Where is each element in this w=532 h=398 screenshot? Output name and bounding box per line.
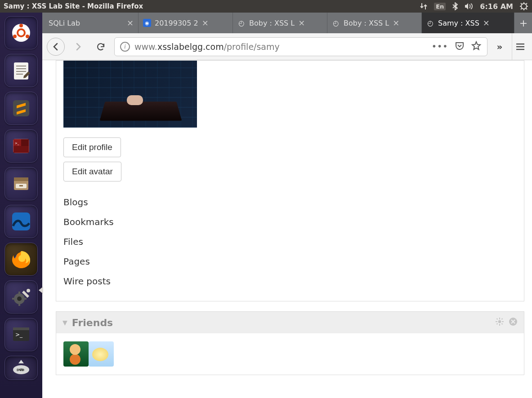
url-host: xsslabelgg.com — [157, 42, 224, 52]
link-pages[interactable]: Pages — [63, 252, 207, 271]
bookmark-star-icon[interactable] — [471, 40, 482, 53]
link-files[interactable]: Files — [63, 232, 207, 252]
close-icon[interactable]: × — [202, 19, 209, 27]
dash-home-icon[interactable] — [4, 16, 38, 49]
svg-text:>_: >_ — [15, 332, 23, 338]
pocket-icon[interactable] — [455, 41, 465, 53]
svg-line-8 — [526, 3, 527, 4]
svg-rect-35 — [12, 298, 15, 300]
overflow-button[interactable]: » — [492, 38, 507, 56]
profile-nav-list: Blogs Bookmarks Files Pages Wire posts — [63, 192, 207, 291]
close-widget-icon[interactable] — [509, 317, 518, 328]
back-button[interactable] — [47, 38, 65, 56]
friends-heading: Friends — [72, 317, 491, 328]
network-updown-icon[interactable] — [420, 2, 428, 10]
edit-avatar-button[interactable]: Edit avatar — [63, 162, 121, 181]
nav-toolbar: i www.xsslabelgg.com/profile/samy ••• » — [42, 33, 532, 60]
volume-icon[interactable] — [465, 3, 474, 10]
profile-sidebar: Edit profile Edit avatar Blogs Bookmarks… — [63, 61, 207, 291]
url-prefix: www. — [134, 42, 157, 52]
friends-widget: ▼ Friends — [56, 311, 524, 375]
svg-point-47 — [498, 320, 501, 323]
tab-label: Samy : XSS — [438, 19, 479, 27]
favicon-icon: ◴ — [332, 19, 340, 27]
unity-launcher: >_ >_ DVD — [0, 13, 42, 398]
friend-avatar[interactable] — [63, 341, 89, 367]
tab-strip: SQLi Lab × ◉ 20199305 2 × ◴ Boby : XSS L… — [42, 13, 532, 33]
tab-sqli-lab[interactable]: SQLi Lab × — [44, 13, 139, 33]
profile-widget: Edit profile Edit avatar Blogs Bookmarks… — [56, 60, 524, 301]
svg-rect-23 — [13, 146, 29, 153]
sublime-text-icon[interactable] — [4, 92, 38, 125]
svg-rect-33 — [18, 292, 20, 294]
svg-rect-22 — [21, 139, 29, 146]
collapse-caret-icon[interactable]: ▼ — [63, 319, 67, 326]
tab-label: Boby : XSS L — [344, 19, 389, 27]
friends-list — [56, 333, 524, 375]
hamburger-menu-icon[interactable] — [512, 33, 528, 60]
new-tab-button[interactable]: + — [514, 13, 532, 33]
favicon-icon: ◴ — [237, 19, 246, 27]
reload-button[interactable] — [92, 38, 110, 56]
svg-point-37 — [27, 289, 30, 292]
link-wire-posts[interactable]: Wire posts — [63, 271, 207, 291]
gear-icon[interactable] — [495, 317, 504, 328]
svg-text:DVD: DVD — [17, 368, 24, 372]
svg-point-12 — [26, 35, 29, 38]
tab-samy-active[interactable]: ◴ Samy : XSS × — [422, 13, 514, 33]
clock[interactable]: 6:16 AM — [480, 2, 513, 11]
svg-rect-36 — [24, 298, 27, 300]
tab-20199305[interactable]: ◉ 20199305 2 × — [139, 13, 233, 33]
svg-line-5 — [521, 3, 522, 4]
tab-boby-1[interactable]: ◴ Boby : XSS L × — [233, 13, 327, 33]
url-path: /profile/samy — [224, 42, 280, 52]
system-settings-icon[interactable] — [4, 280, 38, 314]
page-content: Edit profile Edit avatar Blogs Bookmarks… — [42, 60, 532, 398]
profile-avatar-image[interactable] — [63, 61, 197, 128]
text-editor-icon[interactable] — [4, 54, 38, 87]
site-info-icon[interactable]: i — [120, 42, 130, 52]
favicon-icon: ◴ — [426, 19, 434, 27]
tab-label: Boby : XSS L — [249, 19, 295, 27]
system-indicators: En 6:16 AM — [420, 2, 528, 11]
svg-point-13 — [13, 35, 17, 38]
svg-rect-50 — [496, 321, 497, 322]
system-top-bar: Samy : XSS Lab Site - Mozilla Firefox En… — [0, 0, 532, 13]
svg-rect-55 — [496, 323, 498, 325]
svg-rect-39 — [13, 327, 29, 330]
firefox-icon[interactable] — [4, 243, 38, 276]
bluetooth-icon[interactable] — [452, 2, 458, 10]
close-icon[interactable]: × — [393, 19, 399, 27]
file-manager-icon[interactable] — [4, 167, 38, 200]
close-icon[interactable]: × — [483, 19, 490, 27]
page-actions-icon[interactable]: ••• — [432, 42, 448, 51]
tab-label: SQLi Lab — [49, 19, 80, 27]
svg-rect-26 — [14, 177, 28, 181]
tab-label: 20199305 2 — [155, 19, 198, 27]
power-gear-icon[interactable] — [519, 2, 528, 11]
svg-point-11 — [19, 24, 23, 27]
svg-rect-19 — [13, 100, 29, 116]
keyboard-lang-indicator[interactable]: En — [434, 3, 446, 10]
svg-rect-28 — [19, 185, 23, 186]
close-icon[interactable]: × — [127, 19, 134, 27]
terminal-icon[interactable]: >_ — [4, 318, 38, 351]
wireshark-icon[interactable] — [4, 205, 38, 238]
friend-avatar[interactable] — [89, 341, 114, 367]
link-blogs[interactable]: Blogs — [63, 192, 207, 212]
tab-boby-2[interactable]: ◴ Boby : XSS L × — [327, 13, 422, 33]
terminator-icon[interactable]: >_ — [4, 129, 38, 163]
launcher-active-arrow — [39, 287, 43, 294]
window-title: Samy : XSS Lab Site - Mozilla Firefox — [4, 2, 420, 10]
svg-rect-53 — [501, 323, 503, 325]
friends-header[interactable]: ▼ Friends — [56, 312, 524, 333]
forward-button[interactable] — [69, 38, 87, 56]
edit-profile-button[interactable]: Edit profile — [63, 137, 121, 157]
svg-rect-54 — [501, 318, 503, 320]
link-bookmarks[interactable]: Bookmarks — [63, 212, 207, 232]
disc-unmount-icon[interactable]: DVD — [4, 356, 38, 380]
firefox-window: SQLi Lab × ◉ 20199305 2 × ◴ Boby : XSS L… — [42, 13, 532, 398]
url-bar[interactable]: i www.xsslabelgg.com/profile/samy ••• — [114, 37, 487, 56]
close-icon[interactable]: × — [298, 19, 305, 27]
svg-line-7 — [521, 9, 522, 9]
